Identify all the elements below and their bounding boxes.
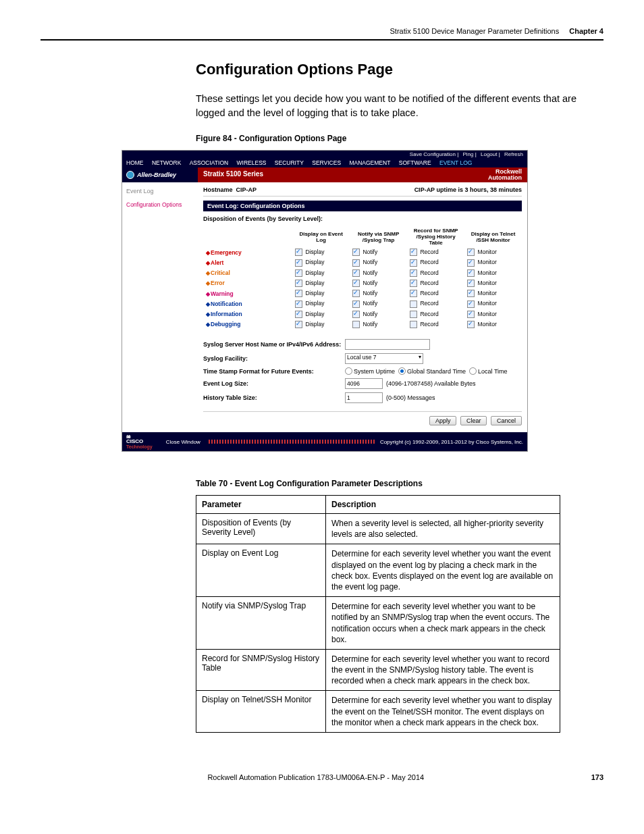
severity-row: ◆Notification Display Notify Record Moni… (203, 298, 522, 309)
param-table: Parameter Description Disposition of Eve… (196, 495, 560, 733)
copyright-text: Copyright (c) 1992-2009, 2011-2012 by Ci… (380, 439, 523, 445)
syslog-host-label: Syslog Server Host Name or IPv4/IPv6 Add… (203, 341, 345, 348)
link-save-config[interactable]: Save Configuration (410, 151, 456, 157)
param-name: Notify via SNMP/Syslog Trap (196, 597, 326, 650)
cisco-logo: ılıılı CISCO Technology (126, 434, 153, 449)
checkbox-display[interactable] (295, 311, 302, 318)
apply-button[interactable]: Apply (429, 416, 457, 425)
radio-global-time-label: Global Standard Time (407, 368, 466, 375)
checkbox-monitor[interactable] (467, 321, 475, 328)
severity-row: ◆Debugging Display Notify Record Monitor (203, 319, 522, 330)
menu-network[interactable]: NETWORK (152, 159, 181, 166)
facility-select[interactable]: Local use 7 (345, 353, 423, 364)
close-window-link[interactable]: Close Window (166, 439, 200, 445)
brand-right2: Automation (488, 175, 522, 181)
checkbox-display[interactable] (295, 259, 302, 267)
cancel-button[interactable]: Cancel (491, 416, 522, 425)
hist-range: (0-500) Messages (386, 394, 435, 401)
menu-association[interactable]: ASSOCIATION (190, 159, 228, 166)
col-display: Display on Event Log (292, 226, 350, 247)
footer-stripe (209, 440, 376, 444)
checkbox-display[interactable] (295, 280, 302, 287)
checkbox-monitor[interactable] (467, 249, 475, 256)
param-desc: Determine for each severity level whethe… (326, 691, 560, 733)
checkbox-display[interactable] (295, 249, 302, 256)
checkbox-notify[interactable] (352, 311, 360, 318)
menu-software[interactable]: SOFTWARE (399, 159, 431, 166)
link-logout[interactable]: Logout (481, 151, 497, 157)
checkbox-record[interactable] (410, 249, 417, 256)
severity-name: ◆Warning (203, 288, 292, 298)
menu-services[interactable]: SERVICES (312, 159, 341, 166)
main-menu: HOME NETWORK ASSOCIATION WIRELESS SECURI… (122, 158, 527, 167)
radio-local-time-label: Local Time (478, 368, 508, 375)
radio-system-uptime[interactable] (345, 367, 352, 375)
checkbox-notify[interactable] (352, 249, 360, 256)
timestamp-label: Time Stamp Format for Future Events: (203, 368, 345, 375)
severity-row: ◆Information Display Notify Record Monit… (203, 309, 522, 319)
checkbox-notify[interactable] (352, 290, 360, 297)
checkbox-monitor[interactable] (467, 301, 475, 308)
param-row: Display on Event LogDetermine for each s… (196, 544, 560, 597)
brand-left-text: Allen-Bradley (137, 172, 176, 178)
checkbox-record[interactable] (410, 321, 417, 328)
checkbox-notify[interactable] (352, 259, 360, 267)
severity-row: ◆Emergency Display Notify Record Monitor (203, 247, 522, 257)
checkbox-record[interactable] (410, 311, 417, 318)
menu-wireless[interactable]: WIRELESS (237, 159, 267, 166)
checkbox-monitor[interactable] (467, 259, 475, 267)
hist-input[interactable] (345, 392, 383, 403)
radio-system-uptime-label: System Uptime (354, 368, 395, 375)
col-monitor: Display on Telnet /SSH Monitor (464, 226, 522, 247)
checkbox-monitor[interactable] (467, 280, 475, 287)
section-title: Configuration Options Page (196, 61, 603, 78)
checkbox-notify[interactable] (352, 280, 360, 287)
menu-home[interactable]: HOME (126, 159, 144, 166)
radio-local-time[interactable] (469, 367, 477, 375)
checkbox-display[interactable] (295, 269, 302, 277)
top-link-bar: Save Configuration | Ping | Logout | Ref… (122, 151, 527, 158)
checkbox-monitor[interactable] (467, 269, 475, 277)
config-ui: Save Configuration | Ping | Logout | Ref… (122, 150, 528, 452)
severity-row: ◆Error Display Notify Record Monitor (203, 278, 522, 288)
checkbox-record[interactable] (410, 290, 417, 297)
checkbox-notify[interactable] (352, 269, 360, 277)
menu-management[interactable]: MANAGEMENT (349, 159, 390, 166)
checkbox-notify[interactable] (352, 301, 360, 308)
checkbox-record[interactable] (410, 269, 417, 277)
radio-global-time[interactable] (398, 367, 406, 375)
checkbox-record[interactable] (410, 259, 417, 267)
checkbox-notify[interactable] (352, 321, 360, 328)
side-config-options[interactable]: Configuration Options (126, 201, 194, 208)
checkbox-display[interactable] (295, 290, 302, 297)
param-row: Display on Telnet/SSH MonitorDetermine f… (196, 691, 560, 733)
host-row: Hostname CIP-AP CIP-AP uptime is 3 hours… (203, 186, 522, 197)
syslog-host-input[interactable] (345, 339, 430, 350)
checkbox-display[interactable] (295, 321, 302, 328)
param-row: Notify via SNMP/Syslog TrapDetermine for… (196, 597, 560, 650)
link-refresh[interactable]: Refresh (504, 151, 523, 157)
elsize-input[interactable] (345, 378, 383, 389)
link-ping[interactable]: Ping (462, 151, 473, 157)
severity-row: ◆Critical Display Notify Record Monitor (203, 268, 522, 278)
checkbox-monitor[interactable] (467, 311, 475, 318)
checkbox-record[interactable] (410, 280, 417, 287)
page-header: Stratix 5100 Device Manager Parameter De… (41, 27, 603, 41)
chapter-label: Chapter 4 (569, 27, 603, 35)
page-number: 173 (591, 773, 603, 781)
side-eventlog[interactable]: Event Log (126, 188, 194, 194)
checkbox-monitor[interactable] (467, 290, 475, 297)
clear-button[interactable]: Clear (460, 416, 487, 425)
brand-left: Allen-Bradley (122, 167, 198, 182)
publication-text: Rockwell Automation Publication 1783-UM0… (207, 773, 424, 781)
menu-eventlog[interactable]: EVENT LOG (439, 159, 473, 166)
severity-row: ◆Warning Display Notify Record Monitor (203, 288, 522, 298)
param-name: Display on Event Log (196, 544, 326, 597)
table-caption: Table 70 - Event Log Configuration Param… (196, 479, 603, 488)
checkbox-display[interactable] (295, 301, 302, 308)
hostname-value: CIP-AP (236, 186, 257, 193)
param-h1: Parameter (196, 496, 326, 514)
menu-security[interactable]: SECURITY (275, 159, 304, 166)
checkbox-record[interactable] (410, 301, 417, 308)
param-desc: Determine for each severity level whethe… (326, 544, 560, 597)
